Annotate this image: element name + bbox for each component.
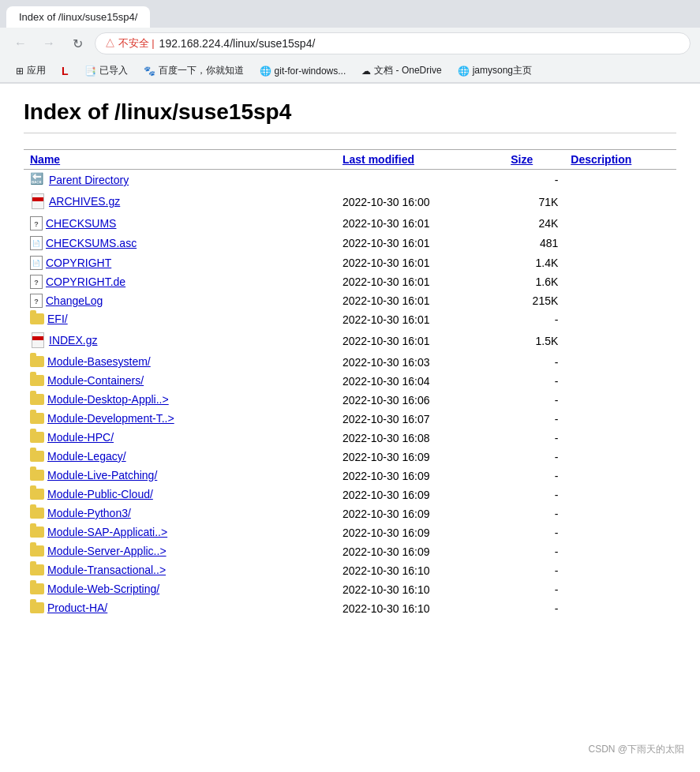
file-name-cell: ?CHECKSUMS (24, 214, 336, 233)
file-link[interactable]: ARCHIVES.gz (49, 195, 120, 208)
table-row: Module-Transactional..>2022-10-30 16:10- (24, 561, 676, 580)
file-name-cell: ARCHIVES.gz (24, 190, 336, 214)
bookmark-baidu-label: 百度一下，你就知道 (159, 64, 244, 77)
file-size-cell: 1.6K (504, 272, 564, 291)
col-modified-link[interactable]: Last modified (343, 153, 414, 166)
refresh-button[interactable]: ↻ (66, 32, 88, 54)
file-size-cell: - (504, 353, 564, 372)
folder-icon (30, 413, 44, 424)
table-row: Module-Development-T..>2022-10-30 16:07- (24, 410, 676, 429)
file-desc-cell (564, 353, 676, 372)
file-date-cell: 2022-10-30 16:09 (336, 504, 504, 523)
back-button[interactable]: ← (9, 32, 32, 54)
bookmark-jamysong[interactable]: 🌐 jamysong主页 (451, 62, 538, 79)
table-row: Module-Legacy/2022-10-30 16:09- (24, 448, 676, 467)
file-link[interactable]: Module-Legacy/ (47, 450, 126, 463)
gz-icon (30, 193, 46, 210)
file-link[interactable]: CHECKSUMS (46, 217, 116, 230)
file-name-cell: ?COPYRIGHT.de (24, 272, 336, 291)
file-date-cell: 2022-10-30 16:09 (336, 467, 504, 485)
file-desc-cell (564, 485, 676, 504)
file-link[interactable]: ChangeLog (46, 294, 103, 307)
col-header-modified: Last modified (336, 150, 504, 170)
table-row: Module-SAP-Applicati..>2022-10-30 16:09- (24, 523, 676, 542)
file-date-cell: 2022-10-30 16:07 (336, 410, 504, 429)
table-row: Module-Web-Scripting/2022-10-30 16:10- (24, 580, 676, 599)
address-bar[interactable]: △ 不安全 | 192.168.224.4/linux/suse15sp4/ (95, 32, 691, 54)
file-link[interactable]: Module-Development-T..> (47, 412, 174, 425)
file-size-cell: - (504, 410, 564, 429)
forward-button[interactable]: → (38, 32, 60, 54)
file-desc-cell (564, 233, 676, 253)
file-link[interactable]: Parent Directory (49, 174, 129, 186)
file-link[interactable]: INDEX.gz (49, 334, 97, 347)
onedrive-icon: ☁ (361, 66, 371, 77)
file-name-cell: 📄COPYRIGHT (24, 253, 336, 272)
table-row: Module-Containers/2022-10-30 16:04- (24, 372, 676, 391)
table-row: Module-Basesystem/2022-10-30 16:03- (24, 353, 676, 372)
file-desc-cell (564, 190, 676, 214)
file-size-cell: 1.5K (504, 329, 564, 353)
bookmark-apps[interactable]: ⊞ 应用 (9, 62, 52, 79)
baidu-icon: 🐾 (144, 66, 155, 77)
file-link[interactable]: Module-Desktop-Appli..> (47, 393, 169, 406)
file-name-cell: INDEX.gz (24, 329, 336, 353)
file-link[interactable]: Module-Server-Applic..> (47, 545, 167, 557)
file-desc-cell (564, 372, 676, 391)
file-link[interactable]: Module-Transactional..> (47, 564, 166, 576)
table-row: 🔙Parent Directory- (24, 170, 676, 191)
file-size-cell: - (504, 372, 564, 391)
file-size-cell: - (504, 310, 564, 329)
bookmark-git[interactable]: 🌐 git-for-windows... (253, 64, 353, 78)
active-tab[interactable]: Index of /linux/suse15sp4/ (6, 6, 150, 28)
file-size-cell: - (504, 561, 564, 580)
bookmark-baidu[interactable]: 🐾 百度一下，你就知道 (137, 62, 250, 79)
git-icon: 🌐 (260, 66, 271, 77)
tab-bar: Index of /linux/suse15sp4/ (0, 0, 700, 28)
folder-icon (30, 527, 44, 538)
file-link[interactable]: CHECKSUMS.asc (46, 237, 137, 249)
bookmark-onedrive[interactable]: ☁ 文档 - OneDrive (355, 62, 447, 79)
col-desc-link[interactable]: Description (571, 153, 631, 166)
bookmark-jamysong-label: jamysong主页 (473, 64, 532, 77)
file-name-cell: Module-Server-Applic..> (24, 542, 336, 561)
col-name-link[interactable]: Name (30, 153, 60, 166)
bookmark-apps-label: 应用 (27, 64, 46, 77)
file-desc-cell (564, 391, 676, 410)
file-date-cell: 2022-10-30 16:09 (336, 542, 504, 561)
file-date-cell: 2022-10-30 16:01 (336, 233, 504, 253)
col-size-link[interactable]: Size (511, 153, 533, 166)
file-link[interactable]: Module-Public-Cloud/ (47, 488, 153, 500)
file-date-cell: 2022-10-30 16:10 (336, 580, 504, 599)
file-name-cell: Module-Transactional..> (24, 561, 336, 580)
file-desc-cell (564, 329, 676, 353)
file-name-cell: 📄CHECKSUMS.asc (24, 233, 336, 253)
file-size-cell: 215K (504, 291, 564, 310)
file-link[interactable]: COPYRIGHT.de (46, 275, 125, 288)
file-link[interactable]: EFI/ (47, 313, 68, 325)
browser-chrome: Index of /linux/suse15sp4/ ← → ↻ △ 不安全 |… (0, 0, 700, 84)
file-date-cell: 2022-10-30 16:08 (336, 429, 504, 448)
file-link[interactable]: Module-Web-Scripting/ (47, 583, 159, 595)
bookmark-imported-label: 已导入 (99, 64, 128, 77)
file-link[interactable]: Module-Python3/ (47, 507, 131, 519)
file-link[interactable]: COPYRIGHT (46, 257, 111, 269)
table-row: EFI/2022-10-30 16:01- (24, 310, 676, 329)
file-desc-cell (564, 429, 676, 448)
file-link[interactable]: Module-HPC/ (47, 431, 114, 444)
bookmarks-bar: ⊞ 应用 L 📑 已导入 🐾 百度一下，你就知道 🌐 git-for-windo… (0, 59, 700, 83)
bookmark-imported[interactable]: 📑 已导入 (78, 62, 134, 79)
file-link[interactable]: Module-Live-Patching/ (47, 469, 157, 482)
folder-icon (30, 432, 44, 443)
folder-icon (30, 508, 44, 519)
imported-icon: 📑 (84, 66, 96, 77)
file-date-cell: 2022-10-30 16:01 (336, 214, 504, 233)
file-name-cell: Module-Development-T..> (24, 410, 336, 429)
file-link[interactable]: Module-Containers/ (47, 374, 144, 387)
file-link[interactable]: Module-SAP-Applicati..> (47, 526, 167, 538)
bookmark-red[interactable]: L (55, 63, 75, 79)
file-desc-cell (564, 253, 676, 272)
file-link[interactable]: Module-Basesystem/ (47, 355, 151, 368)
security-warning: △ 不安全 | (105, 36, 155, 51)
file-link[interactable]: Product-HA/ (47, 601, 107, 614)
